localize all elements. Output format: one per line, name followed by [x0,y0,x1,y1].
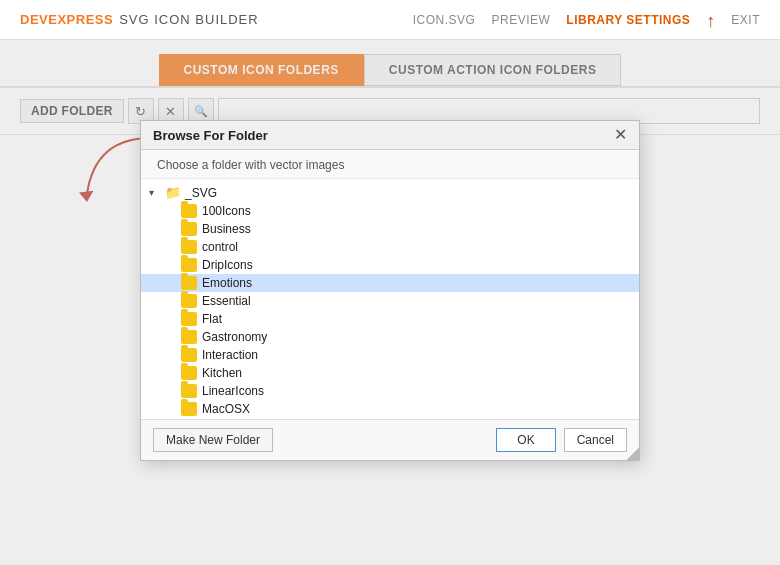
folder-label: LinearIcons [202,384,264,398]
dialog-body: ▾ 📁 _SVG 100Icons Business [141,179,639,419]
browse-folder-dialog: Browse For Folder ✕ Choose a folder with… [140,120,640,461]
folder-label: Kitchen [202,366,242,380]
folder-label: MacOSX [202,402,250,416]
dialog-footer: Make New Folder OK Cancel [141,419,639,460]
dialog-title: Browse For Folder [153,128,268,143]
nav-library-settings[interactable]: LIBRARY SETTINGS [566,13,690,27]
folder-label: Essential [202,294,251,308]
folder-label: 100Icons [202,204,251,218]
folder-icon [181,204,197,218]
list-item[interactable]: Interaction [141,346,639,364]
list-item[interactable]: MacOSX [141,400,639,418]
ok-button[interactable]: OK [496,428,555,452]
list-item[interactable]: 100Icons [141,202,639,220]
header: DEVEXPRESS SVG ICON BUILDER ICON.SVG PRE… [0,0,780,40]
dialog-titlebar: Browse For Folder ✕ [141,121,639,150]
folder-icon [181,294,197,308]
chevron-down-icon: ▾ [149,187,161,198]
folder-label: DripIcons [202,258,253,272]
folder-icon [181,402,197,416]
arrow-up-indicator: ↑ [706,12,715,30]
root-folder-label: _SVG [185,186,217,200]
dialog-subtitle: Choose a folder with vector images [141,150,639,179]
brand-devexpress: DEVEXPRESS [20,12,113,27]
footer-right: OK Cancel [496,428,627,452]
folder-label: Business [202,222,251,236]
dialog-overlay: Browse For Folder ✕ Choose a folder with… [0,40,780,565]
dialog-close-button[interactable]: ✕ [614,127,627,143]
list-item[interactable]: Business [141,220,639,238]
list-item[interactable]: Kitchen [141,364,639,382]
folder-icon [181,348,197,362]
folder-label: Gastronomy [202,330,267,344]
folder-icon [181,384,197,398]
nav-exit[interactable]: EXIT [731,13,760,27]
folder-label-emotions: Emotions [202,276,252,290]
nav-preview[interactable]: PREVIEW [491,13,550,27]
folder-label: Interaction [202,348,258,362]
main-area: CUSTOM ICON FOLDERS CUSTOM ACTION ICON F… [0,40,780,565]
folder-icon [181,312,197,326]
header-nav: ICON.SVG PREVIEW LIBRARY SETTINGS ↑ EXIT [413,12,760,28]
header-brand: DEVEXPRESS SVG ICON BUILDER [20,12,259,27]
resize-grip[interactable] [627,448,639,460]
folder-icon [181,258,197,272]
list-item[interactable]: LinearIcons [141,382,639,400]
folder-label: control [202,240,238,254]
list-item[interactable]: control [141,238,639,256]
folder-icon [181,222,197,236]
folder-tree[interactable]: ▾ 📁 _SVG 100Icons Business [141,179,639,419]
make-new-folder-button[interactable]: Make New Folder [153,428,273,452]
cancel-button[interactable]: Cancel [564,428,627,452]
folder-icon [181,276,197,290]
list-item[interactable]: Essential [141,292,639,310]
folder-icon [181,366,197,380]
tree-root[interactable]: ▾ 📁 _SVG [141,183,639,202]
list-item[interactable]: Flat [141,310,639,328]
folder-icon [181,240,197,254]
brand-rest: SVG ICON BUILDER [119,12,259,27]
list-item[interactable]: Gastronomy [141,328,639,346]
folder-label: Flat [202,312,222,326]
list-item[interactable]: DripIcons [141,256,639,274]
nav-icon-svg[interactable]: ICON.SVG [413,13,476,27]
list-item-emotions[interactable]: Emotions [141,274,639,292]
folder-icon [181,330,197,344]
